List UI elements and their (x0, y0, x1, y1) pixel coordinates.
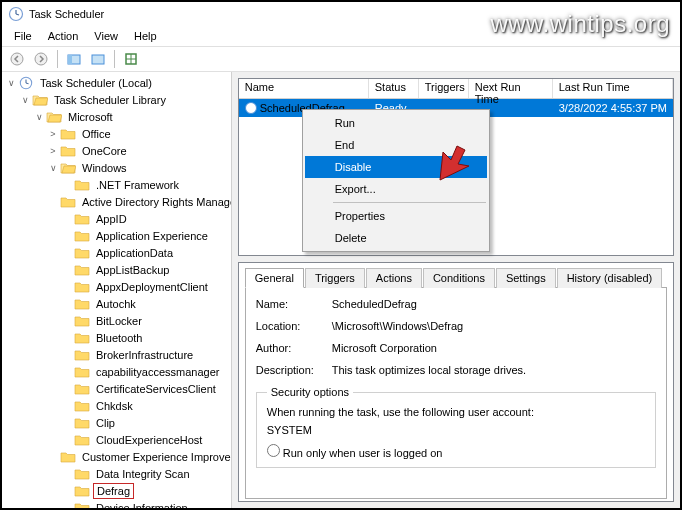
tree-label: Task Scheduler (Local) (37, 76, 155, 90)
security-account: SYSTEM (267, 424, 645, 436)
tree-folder-application-experience[interactable]: Application Experience (2, 227, 231, 244)
svg-rect-6 (68, 55, 72, 64)
ctx-export[interactable]: Export... (305, 178, 487, 200)
tree-label: CloudExperienceHost (93, 433, 205, 447)
tree-label: AppListBackup (93, 263, 172, 277)
toolbar-separator (114, 50, 115, 68)
tab-triggers[interactable]: Triggers (305, 268, 365, 288)
tree-label: OneCore (79, 144, 130, 158)
toolbar-btn-2[interactable] (87, 48, 109, 70)
tab-history[interactable]: History (disabled) (557, 268, 663, 288)
name-label: Name: (256, 298, 332, 310)
ctx-delete[interactable]: Delete (305, 227, 487, 249)
svg-point-3 (11, 53, 23, 65)
ctx-separator (333, 202, 486, 203)
tab-general[interactable]: General (245, 268, 304, 288)
tree-label: Active Directory Rights Managem (79, 195, 232, 209)
toolbar-btn-3[interactable] (120, 48, 142, 70)
tree-folder-data-integrity-scan[interactable]: Data Integrity Scan (2, 465, 231, 482)
tree-library[interactable]: ∨Task Scheduler Library (2, 91, 231, 108)
menu-file[interactable]: File (6, 28, 40, 44)
tree-folder-bitlocker[interactable]: BitLocker (2, 312, 231, 329)
tree-folder-appxdeploymentclient[interactable]: AppxDeploymentClient (2, 278, 231, 295)
location-label: Location: (256, 320, 332, 332)
col-lastrun[interactable]: Last Run Time (553, 79, 673, 98)
tree-label: Windows (79, 161, 130, 175)
tree-label: Bluetooth (93, 331, 145, 345)
window-title: Task Scheduler (29, 8, 104, 20)
tree-label: Microsoft (65, 110, 116, 124)
col-name[interactable]: Name (239, 79, 369, 98)
tree-label: AppID (93, 212, 130, 226)
tree-label: Office (79, 127, 114, 141)
title-bar: Task Scheduler (2, 2, 680, 26)
tree-folder-customer-experience-improveme[interactable]: Customer Experience Improveme (2, 448, 231, 465)
menu-bar: File Action View Help (2, 26, 680, 46)
tree-root[interactable]: ∨Task Scheduler (Local) (2, 74, 231, 91)
app-icon (8, 6, 24, 22)
ctx-end[interactable]: End (305, 134, 487, 156)
col-status[interactable]: Status (369, 79, 419, 98)
tab-strip: General Triggers Actions Conditions Sett… (245, 268, 667, 288)
tree-windows[interactable]: ∨Windows (2, 159, 231, 176)
menu-help[interactable]: Help (126, 28, 165, 44)
tree-folder-active-directory-rights-managem[interactable]: Active Directory Rights Managem (2, 193, 231, 210)
security-legend: Security options (267, 386, 353, 398)
tree-label: Customer Experience Improveme (79, 450, 232, 464)
col-triggers[interactable]: Triggers (419, 79, 469, 98)
run-logged-row: Run only when user is logged on (267, 444, 645, 459)
tree-label: Clip (93, 416, 118, 430)
col-nextrun[interactable]: Next Run Time (469, 79, 553, 98)
tree-folder-applicationdata[interactable]: ApplicationData (2, 244, 231, 261)
tree-folder-autochk[interactable]: Autochk (2, 295, 231, 312)
ctx-disable[interactable]: Disable (305, 156, 487, 178)
tree-office[interactable]: >Office (2, 125, 231, 142)
tree-label: ApplicationData (93, 246, 176, 260)
tree-microsoft[interactable]: ∨Microsoft (2, 108, 231, 125)
tab-conditions[interactable]: Conditions (423, 268, 495, 288)
tree-folder-chkdsk[interactable]: Chkdsk (2, 397, 231, 414)
tree-folder-cloudexperiencehost[interactable]: CloudExperienceHost (2, 431, 231, 448)
tree-onecore[interactable]: >OneCore (2, 142, 231, 159)
tree-label: Device Information (93, 501, 191, 509)
back-button[interactable] (6, 48, 28, 70)
list-header[interactable]: Name Status Triggers Next Run Time Last … (239, 79, 673, 99)
tree-folder-defrag[interactable]: Defrag (2, 482, 231, 499)
tab-actions[interactable]: Actions (366, 268, 422, 288)
ctx-run[interactable]: Run (305, 112, 487, 134)
menu-view[interactable]: View (86, 28, 126, 44)
forward-button[interactable] (30, 48, 52, 70)
tree-view[interactable]: ∨Task Scheduler (Local)∨Task Scheduler L… (2, 72, 232, 508)
tab-settings[interactable]: Settings (496, 268, 556, 288)
tree-folder-brokerinfrastructure[interactable]: BrokerInfrastructure (2, 346, 231, 363)
tree-folder-capabilityaccessmanager[interactable]: capabilityaccessmanager (2, 363, 231, 380)
tree-label: Application Experience (93, 229, 211, 243)
tree-label: Autochk (93, 297, 139, 311)
toolbar-btn-1[interactable] (63, 48, 85, 70)
author-label: Author: (256, 342, 332, 354)
tree-folder-appid[interactable]: AppID (2, 210, 231, 227)
tree-folder-certificateservicesclient[interactable]: CertificateServicesClient (2, 380, 231, 397)
task-list-panel: Name Status Triggers Next Run Time Last … (238, 78, 674, 256)
run-logged-radio[interactable] (267, 444, 280, 457)
tree-folder-device-information[interactable]: Device Information (2, 499, 231, 508)
tree-folder-applistbackup[interactable]: AppListBackup (2, 261, 231, 278)
tree-label: Chkdsk (93, 399, 136, 413)
menu-action[interactable]: Action (40, 28, 87, 44)
tree-folder--net-framework[interactable]: .NET Framework (2, 176, 231, 193)
tree-label: AppxDeploymentClient (93, 280, 211, 294)
task-icon (245, 102, 257, 114)
tree-label: capabilityaccessmanager (93, 365, 223, 379)
author-value: Microsoft Corporation (332, 342, 437, 354)
tree-label: CertificateServicesClient (93, 382, 219, 396)
location-value: \Microsoft\Windows\Defrag (332, 320, 463, 332)
tree-label: Task Scheduler Library (51, 93, 169, 107)
tree-folder-clip[interactable]: Clip (2, 414, 231, 431)
tree-label: BitLocker (93, 314, 145, 328)
tree-label: .NET Framework (93, 178, 182, 192)
tree-folder-bluetooth[interactable]: Bluetooth (2, 329, 231, 346)
name-value: ScheduledDefrag (332, 298, 417, 310)
description-label: Description: (256, 364, 332, 376)
tree-label: BrokerInfrastructure (93, 348, 196, 362)
ctx-properties[interactable]: Properties (305, 205, 487, 227)
